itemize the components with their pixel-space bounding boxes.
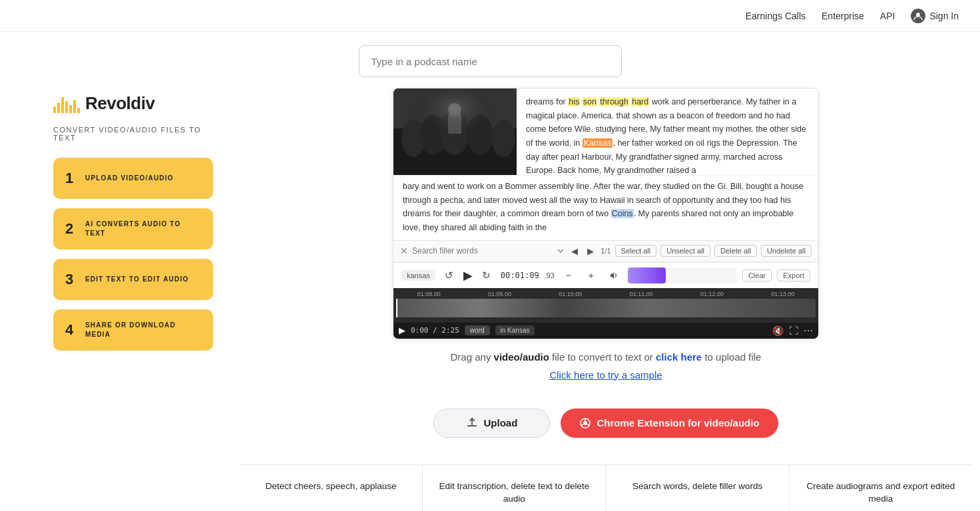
feature-title-3: Create audiograms and export edited medi… bbox=[806, 481, 955, 504]
step-3-number: 3 bbox=[65, 271, 79, 288]
undelete-all-button[interactable]: Undelete all bbox=[761, 245, 812, 257]
video-play-button[interactable]: ▶ bbox=[399, 325, 405, 335]
main-content: Revoldiv Convert video/audio files to te… bbox=[0, 88, 980, 511]
sign-in-label: Sign In bbox=[929, 11, 959, 21]
step-1-number: 1 bbox=[65, 170, 79, 187]
svg-rect-12 bbox=[467, 425, 477, 426]
tl-label-0: 01:08.00 bbox=[393, 291, 464, 297]
enterprise-link[interactable]: Enterprise bbox=[822, 11, 864, 21]
upload-label: Upload bbox=[483, 417, 517, 428]
highlight-kansas: Kansas bbox=[583, 138, 613, 148]
volume-down-button[interactable]: − bbox=[560, 267, 577, 284]
tl-label-2: 01:10.00 bbox=[535, 291, 606, 297]
feature-title-0: Detect cheers, speech, applause bbox=[266, 481, 397, 491]
chrome-extension-label: Chrome Extension for video/audio bbox=[597, 417, 759, 428]
word-badge: kansas bbox=[401, 270, 435, 281]
svg-point-14 bbox=[583, 421, 587, 425]
clear-button[interactable]: Clear bbox=[742, 269, 772, 281]
search-counter: 1/1 bbox=[601, 247, 611, 255]
chrome-icon bbox=[579, 417, 591, 429]
unselect-all-button[interactable]: Unselect all bbox=[660, 245, 710, 257]
highlight-son: son bbox=[583, 97, 597, 106]
step-3-label: Edit Text to Edit Audio bbox=[85, 275, 188, 284]
rewind-button[interactable]: ↺ bbox=[441, 267, 458, 284]
feature-cards: Detect cheers, speech, applause Edit tra… bbox=[240, 464, 972, 512]
video-controls-right: 🔇 ⛶ ⋯ bbox=[772, 325, 813, 336]
audio-controls-bar: kansas ↺ ▶ ↻ 00:01:09 .93 − + Clear Expo… bbox=[393, 262, 818, 288]
upload-icon bbox=[466, 417, 478, 429]
waveform-container[interactable] bbox=[628, 267, 737, 283]
select-all-button[interactable]: Select all bbox=[615, 245, 657, 257]
timeline-container: 01:08.00 01:09.00 01:10.00 01:11.00 01:1… bbox=[393, 288, 818, 323]
earnings-calls-link[interactable]: Earnings Calls bbox=[746, 11, 806, 21]
play-button[interactable]: ▶ bbox=[463, 268, 473, 283]
time-display: 00:01:09 bbox=[501, 271, 539, 280]
fast-forward-button[interactable]: ↻ bbox=[478, 267, 495, 284]
step-2: 2 AI Converts Audio to Text bbox=[53, 208, 213, 250]
top-nav: Earnings Calls Enterprise API Sign In bbox=[0, 0, 980, 32]
drag-text-before: Drag any bbox=[451, 351, 494, 363]
editor-search-input[interactable] bbox=[412, 246, 553, 256]
bar5 bbox=[69, 105, 72, 113]
podcast-search-input[interactable] bbox=[359, 45, 622, 77]
click-here-link[interactable]: click here bbox=[656, 351, 702, 363]
step-4-label: Share or Download Media bbox=[85, 321, 201, 339]
chrome-extension-button[interactable]: Chrome Extension for video/audio bbox=[561, 409, 778, 438]
nav-links: Earnings Calls Enterprise API Sign In bbox=[746, 9, 959, 23]
user-avatar-icon bbox=[911, 9, 925, 23]
export-button[interactable]: Export bbox=[777, 269, 810, 281]
video-word-chip1: word bbox=[465, 325, 490, 335]
search-next-button[interactable]: ▶ bbox=[585, 245, 597, 257]
feature-card-2: Search words, delete filler words bbox=[607, 465, 790, 512]
feature-card-3: Create audiograms and export edited medi… bbox=[790, 465, 972, 512]
api-link[interactable]: API bbox=[880, 11, 895, 21]
tl-label-3: 01:11.00 bbox=[606, 291, 676, 297]
step-3: 3 Edit Text to Edit Audio bbox=[53, 259, 213, 300]
tl-label-5: 01:13.00 bbox=[748, 291, 818, 297]
sample-link[interactable]: Click here to try a sample bbox=[549, 369, 662, 381]
tl-label-1: 01:09.00 bbox=[464, 291, 535, 297]
drag-area: Drag any video/audio file to convert to … bbox=[451, 351, 762, 397]
editor-box: dreams for his son through hard work and… bbox=[393, 88, 819, 339]
video-fullscreen-button[interactable]: ⛶ bbox=[789, 325, 798, 336]
sign-in-button[interactable]: Sign In bbox=[911, 9, 959, 23]
volume-icon-button[interactable] bbox=[605, 267, 622, 284]
step-2-number: 2 bbox=[65, 220, 79, 238]
bar3 bbox=[61, 97, 64, 113]
logo-name: Revoldiv bbox=[85, 93, 154, 114]
feature-card-1: Edit transcription, delete text to delet… bbox=[423, 465, 606, 512]
video-word-chip2: in Kansas bbox=[495, 325, 535, 335]
editor-panel: dreams for his son through hard work and… bbox=[240, 88, 972, 511]
volume-up-button[interactable]: + bbox=[583, 267, 600, 284]
feature-title-1: Edit transcription, delete text to delet… bbox=[439, 481, 589, 504]
bar4 bbox=[65, 101, 68, 113]
vol-level: .93 bbox=[545, 271, 555, 279]
drag-text-middle: file to convert to text or bbox=[549, 351, 656, 363]
feature-card-0: Detect cheers, speech, applause bbox=[240, 465, 423, 512]
waveform-fill bbox=[628, 267, 666, 283]
highlight-through: through bbox=[599, 97, 628, 106]
svg-point-11 bbox=[408, 88, 501, 155]
tl-label-4: 01:12.00 bbox=[676, 291, 747, 297]
step-1-label: Upload Video/Audio bbox=[85, 174, 174, 183]
timeline-playhead bbox=[396, 299, 397, 317]
video-more-button[interactable]: ⋯ bbox=[804, 325, 813, 336]
upload-button[interactable]: Upload bbox=[433, 409, 550, 438]
search-close-button[interactable]: ✕ bbox=[400, 246, 408, 256]
timeline-waveform[interactable] bbox=[396, 299, 816, 317]
video-time: 0:00 / 2:25 bbox=[411, 326, 459, 335]
bar2 bbox=[57, 102, 60, 113]
video-thumbnail bbox=[393, 88, 517, 175]
drag-text: Drag any video/audio file to convert to … bbox=[451, 351, 762, 363]
step-4-number: 4 bbox=[65, 321, 79, 339]
delete-all-button[interactable]: Delete all bbox=[714, 245, 757, 257]
step-4: 4 Share or Download Media bbox=[53, 309, 213, 351]
drag-text-after: to upload file bbox=[702, 351, 761, 363]
step-2-label: AI Converts Audio to Text bbox=[85, 220, 201, 238]
video-mute-button[interactable]: 🔇 bbox=[772, 325, 784, 336]
highlight-coins: Coins bbox=[611, 209, 634, 218]
logo-bars-icon bbox=[53, 94, 80, 113]
search-prev-button[interactable]: ◀ bbox=[569, 245, 581, 257]
video-controls-row: ▶ 0:00 / 2:25 word in Kansas 🔇 ⛶ ⋯ bbox=[393, 323, 818, 339]
bar7 bbox=[77, 108, 80, 113]
